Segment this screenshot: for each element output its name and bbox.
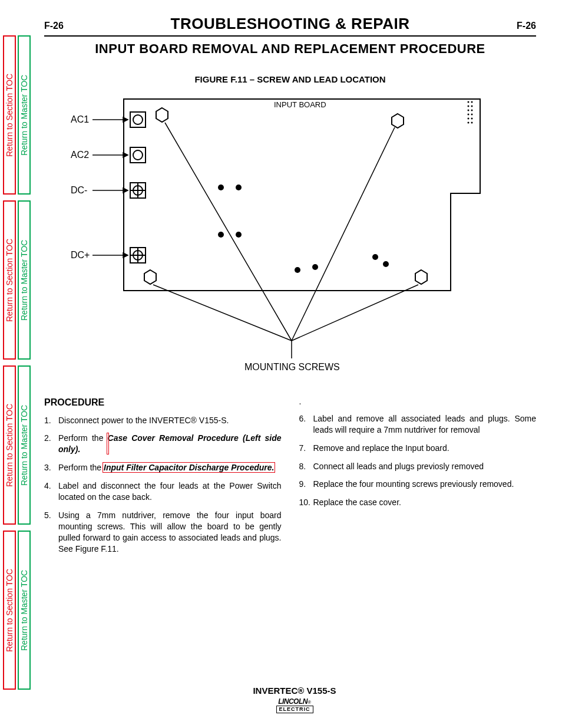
svg-marker-19 [123, 253, 128, 258]
subsection-title: INPUT BOARD REMOVAL AND REPLACEMENT PROC… [44, 41, 536, 57]
svg-line-44 [165, 123, 292, 341]
label-dc-minus: DC- [71, 185, 87, 195]
master-toc-tab[interactable]: Return to Master TOC [18, 35, 31, 195]
section-toc-tab[interactable]: Return to Section TOC [3, 35, 16, 195]
svg-line-46 [292, 127, 395, 341]
svg-point-35 [471, 106, 473, 107]
procedure-col-left: PROCEDURE Disconnect power to the INVERT… [44, 396, 282, 562]
svg-point-33 [471, 101, 473, 103]
link-capacitor-discharge[interactable]: Input Filter Capacitor Discharge Procedu… [104, 463, 274, 472]
svg-point-42 [468, 122, 470, 124]
svg-rect-2 [130, 147, 146, 163]
lincoln-electric-logo: LINCOLN® ELECTRIC [276, 698, 313, 713]
proc-step: Using a 7mm nutdriver, remove the four i… [44, 510, 282, 555]
svg-point-40 [468, 118, 470, 120]
svg-point-27 [236, 232, 242, 238]
page-footer: INVERTEC® V155-S LINCOLN® ELECTRIC [44, 686, 545, 713]
proc-step: Disconnect power to the INVERTEC® V155-S… [44, 415, 282, 426]
svg-line-45 [153, 285, 292, 341]
svg-point-39 [471, 114, 473, 116]
svg-marker-23 [392, 114, 404, 128]
svg-rect-0 [130, 112, 146, 127]
side-tabs: Return to Section TOC Return to Section … [3, 35, 31, 690]
proc-step: Connect all leads and plugs previosly re… [299, 461, 537, 472]
procedure-heading: PROCEDURE [44, 396, 282, 409]
section-title: TROUBLESHOOTING & REPAIR [171, 15, 410, 33]
svg-point-32 [468, 101, 470, 103]
proc-step: Label and disconnect the four leads at t… [44, 480, 282, 503]
svg-point-38 [468, 114, 470, 116]
figure-diagram: AC1 AC2 DC- DC+ [44, 93, 492, 376]
page-header: F-26 TROUBLESHOOTING & REPAIR F-26 [44, 15, 536, 37]
label-mounting-screws: MOUNTING SCREWS [244, 362, 340, 372]
proc-step: Replace the case cover. [299, 497, 537, 508]
procedure-columns: PROCEDURE Disconnect power to the INVERT… [44, 396, 536, 562]
logo-top-text: LINCOLN [278, 697, 308, 706]
svg-marker-22 [415, 270, 427, 284]
svg-point-41 [471, 118, 473, 120]
svg-point-29 [312, 264, 318, 270]
svg-point-36 [468, 110, 470, 111]
svg-point-1 [133, 115, 143, 124]
svg-point-28 [295, 267, 300, 273]
svg-point-31 [383, 261, 389, 267]
svg-point-3 [133, 150, 143, 160]
footer-product: INVERTEC® V155-S [44, 686, 545, 696]
master-toc-tab[interactable]: Return to Master TOC [18, 200, 31, 360]
procedure-list-right: Label and remove all associated leads an… [299, 413, 537, 508]
section-toc-tab[interactable]: Return to Section TOC [3, 200, 16, 360]
svg-marker-17 [123, 188, 128, 193]
page-number-right: F-26 [517, 21, 536, 31]
svg-point-30 [372, 254, 378, 260]
section-toc-tab[interactable]: Return to Section TOC [3, 531, 16, 690]
svg-marker-13 [123, 117, 128, 122]
proc-step: Replace the four mounting screws previou… [299, 479, 537, 490]
stray-dot: . [299, 396, 537, 407]
svg-marker-20 [156, 108, 168, 122]
svg-point-26 [218, 232, 224, 238]
logo-bottom-text: ELECTRIC [276, 706, 313, 713]
page-content: F-26 TROUBLESHOOTING & REPAIR F-26 INPUT… [44, 15, 545, 562]
proc-step: Perform the Input Filter Capacitor Disch… [44, 462, 282, 473]
svg-marker-15 [123, 153, 128, 157]
label-ac1: AC1 [71, 114, 89, 124]
svg-point-34 [468, 106, 470, 107]
label-input-board: INPUT BOARD [274, 100, 326, 109]
master-toc-tab[interactable]: Return to Master TOC [18, 365, 31, 525]
procedure-col-right: . Label and remove all associated leads … [299, 396, 537, 562]
svg-line-47 [292, 285, 418, 341]
master-toc-tab[interactable]: Return to Master TOC [18, 531, 31, 690]
proc-step: Remove and replace the Input board. [299, 443, 537, 454]
svg-point-37 [471, 110, 473, 111]
page-number-left: F-26 [44, 21, 64, 31]
svg-marker-21 [144, 270, 156, 284]
procedure-list-left: Disconnect power to the INVERTEC® V155-S… [44, 415, 282, 555]
svg-point-43 [471, 122, 473, 124]
section-toc-tab[interactable]: Return to Section TOC [3, 365, 16, 525]
proc-step: Perform the Case Cover Removal Procedure… [44, 433, 282, 455]
proc-step: Label and remove all associated leads an… [299, 413, 537, 436]
label-ac2: AC2 [71, 150, 89, 160]
svg-point-25 [236, 185, 242, 190]
label-dc-plus: DC+ [71, 250, 90, 260]
svg-point-24 [218, 185, 224, 190]
figure-caption: FIGURE F.11 – SCREW AND LEAD LOCATION [44, 74, 536, 84]
